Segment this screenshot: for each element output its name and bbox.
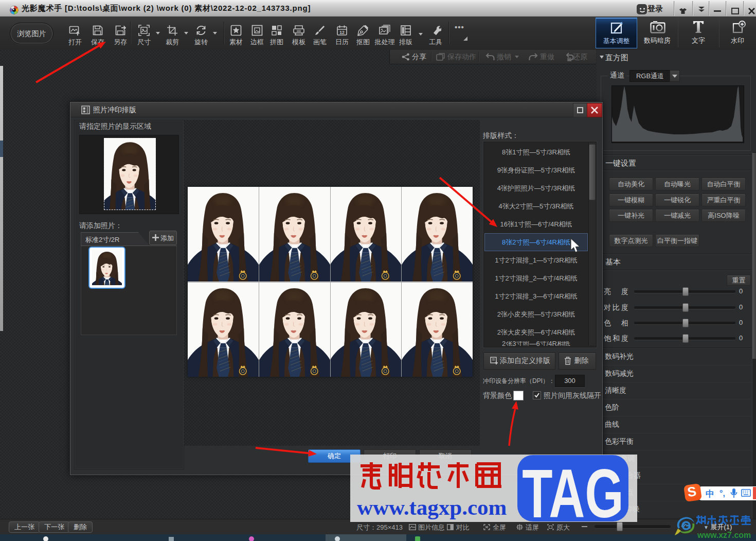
svg-text:TAG: TAG (522, 455, 624, 521)
svg-text:12: 12 (339, 30, 345, 35)
